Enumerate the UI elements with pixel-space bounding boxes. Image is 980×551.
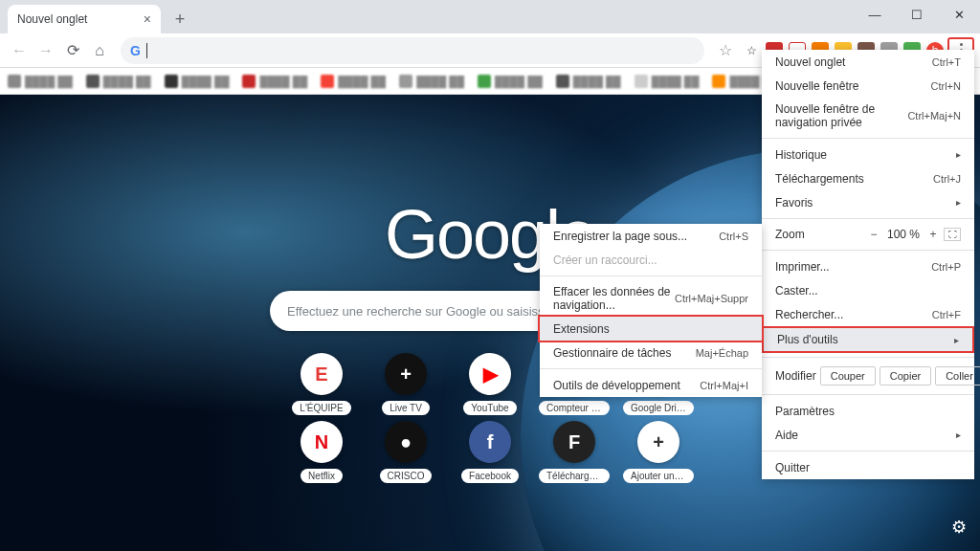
submenu-extensions[interactable]: Extensions	[540, 317, 762, 341]
menu-exit[interactable]: Quitter	[762, 455, 974, 479]
menu-zoom-row: Zoom − 100 % + ⛶	[762, 223, 974, 246]
shortcut-lequipe[interactable]: EL'ÉQUIPE	[281, 353, 362, 415]
minimize-button[interactable]: —	[854, 0, 896, 29]
bookmark-item[interactable]: ████ ██	[399, 75, 464, 88]
submenu-save-page[interactable]: Enregistrer la page sous...Ctrl+S	[540, 224, 762, 248]
forward-button[interactable]: →	[33, 37, 59, 64]
close-window-button[interactable]: ✕	[938, 0, 980, 29]
bookmark-item[interactable]: ████ ██	[478, 75, 543, 88]
submenu-clear-data[interactable]: Effacer les données de navigation...Ctrl…	[540, 280, 762, 317]
maximize-button[interactable]: ☐	[896, 0, 938, 29]
omnibox[interactable]: G	[121, 37, 704, 64]
paste-button[interactable]: Coller	[935, 366, 980, 386]
reload-button[interactable]: ⟳	[59, 37, 86, 64]
bookmark-item[interactable]: ████ ██	[635, 75, 700, 88]
menu-more-tools[interactable]: Plus d'outils▸	[762, 326, 974, 353]
zoom-out-button[interactable]: −	[863, 228, 884, 241]
menu-help[interactable]: Aide▸	[762, 423, 974, 447]
more-tools-submenu: Enregistrer la page sous...Ctrl+S Créer …	[540, 224, 762, 397]
extension-icon[interactable]: ☆	[743, 42, 760, 59]
zoom-value: 100 %	[884, 228, 923, 241]
menu-new-window[interactable]: Nouvelle fenêtreCtrl+N	[762, 74, 974, 98]
menu-new-tab[interactable]: Nouvel ongletCtrl+T	[762, 50, 974, 74]
bookmark-item[interactable]: ████ ██	[321, 75, 386, 88]
chrome-main-menu: Nouvel ongletCtrl+T Nouvelle fenêtreCtrl…	[762, 50, 974, 479]
shortcut-crisco[interactable]: ●CRISCO	[366, 421, 446, 483]
menu-downloads[interactable]: TéléchargementsCtrl+J	[762, 166, 974, 190]
menu-find[interactable]: Rechercher...Ctrl+F	[762, 302, 974, 326]
zoom-in-button[interactable]: +	[923, 228, 944, 241]
shortcut-telecharger[interactable]: FTélécharger des...	[534, 421, 614, 483]
submenu-devtools[interactable]: Outils de développementCtrl+Maj+I	[540, 373, 762, 397]
titlebar: Nouvel onglet × + — ☐ ✕	[0, 0, 980, 33]
omnibox-caret	[146, 43, 147, 58]
shortcut-facebook[interactable]: fFacebook	[450, 421, 530, 483]
window-controls: — ☐ ✕	[854, 0, 980, 29]
menu-print[interactable]: Imprimer...Ctrl+P	[762, 254, 974, 278]
cut-button[interactable]: Couper	[820, 366, 876, 386]
menu-history[interactable]: Historique▸	[762, 143, 974, 166]
menu-cast[interactable]: Caster...	[762, 278, 974, 302]
star-icon[interactable]: ☆	[712, 37, 739, 64]
google-g-icon: G	[130, 43, 141, 58]
browser-tab[interactable]: Nouvel onglet ×	[8, 5, 161, 33]
home-button[interactable]: ⌂	[86, 37, 113, 64]
bookmark-item[interactable]: ████ ██	[86, 75, 151, 88]
back-button[interactable]: ←	[6, 37, 33, 64]
bookmark-item[interactable]: ████ ██	[165, 75, 230, 88]
shortcut-livetv[interactable]: +Live TV	[366, 353, 446, 415]
copy-button[interactable]: Copier	[880, 366, 931, 386]
tab-title: Nouvel onglet	[17, 12, 87, 26]
menu-edit-row: Modifier Couper Copier Coller	[762, 362, 974, 390]
shortcut-netflix[interactable]: NNetflix	[281, 421, 362, 483]
bookmark-item[interactable]: ████ ██	[242, 75, 307, 88]
menu-incognito[interactable]: Nouvelle fenêtre de navigation privéeCtr…	[762, 98, 974, 134]
menu-settings[interactable]: Paramètres	[762, 399, 974, 423]
close-tab-icon[interactable]: ×	[144, 11, 151, 27]
bookmark-item[interactable]: ████ ██	[8, 75, 73, 88]
new-tab-button[interactable]: +	[167, 6, 193, 33]
shortcut-youtube[interactable]: ▶YouTube	[450, 353, 530, 415]
customize-gear-icon[interactable]: ⚙	[951, 517, 967, 538]
submenu-task-manager[interactable]: Gestionnaire de tâchesMaj+Échap	[540, 341, 762, 364]
bookmark-item[interactable]: ████ ██	[556, 75, 621, 88]
submenu-create-shortcut: Créer un raccourci...	[540, 248, 762, 272]
menu-bookmarks[interactable]: Favoris▸	[762, 190, 974, 214]
fullscreen-button[interactable]: ⛶	[944, 228, 961, 241]
shortcut-add[interactable]: +Ajouter un racc...	[618, 421, 699, 483]
